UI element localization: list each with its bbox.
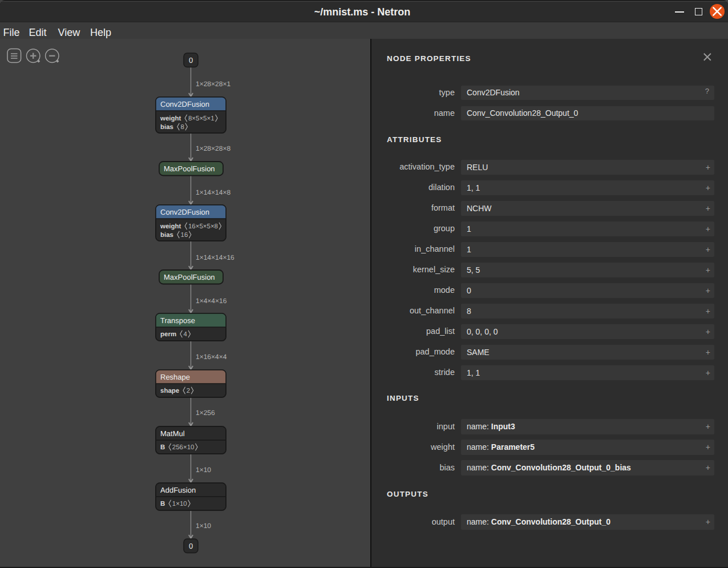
svg-text:weight: weight <box>160 115 181 122</box>
svg-text:shape: shape <box>160 388 179 394</box>
svg-text:1×10: 1×10 <box>196 466 211 474</box>
svg-text:MaxPoolFusion: MaxPoolFusion <box>164 273 215 281</box>
svg-text:Conv2DFusion: Conv2DFusion <box>160 100 209 108</box>
svg-text:MatMul: MatMul <box>160 429 185 438</box>
svg-text:weight: weight <box>160 223 181 230</box>
svg-text:Conv2DFusion: Conv2DFusion <box>160 208 209 216</box>
svg-text:bias: bias <box>160 124 173 131</box>
svg-text:4: 4 <box>184 331 188 338</box>
svg-text:Reshape: Reshape <box>160 373 190 381</box>
svg-text:16×5×5×8: 16×5×5×8 <box>188 223 218 230</box>
svg-text:B: B <box>160 501 165 507</box>
svg-text:1×14×14×8: 1×14×14×8 <box>196 188 230 196</box>
svg-text:B: B <box>160 444 165 451</box>
svg-text:perm: perm <box>160 331 176 338</box>
svg-text:1×10: 1×10 <box>196 522 211 530</box>
svg-text:256×10: 256×10 <box>172 444 195 451</box>
svg-text:8×5×5×1: 8×5×5×1 <box>188 115 215 122</box>
svg-text:2: 2 <box>187 388 190 394</box>
svg-text:1×16×4×4: 1×16×4×4 <box>196 353 227 361</box>
svg-text:1×28×28×1: 1×28×28×1 <box>196 80 230 88</box>
svg-text:0: 0 <box>189 56 193 65</box>
svg-text:Transpose: Transpose <box>160 316 195 325</box>
svg-text:1×4×4×16: 1×4×4×16 <box>196 297 227 305</box>
svg-text:AddFusion: AddFusion <box>160 486 196 494</box>
svg-text:1×10: 1×10 <box>172 501 187 507</box>
svg-text:0: 0 <box>189 542 193 550</box>
svg-text:8: 8 <box>181 124 184 131</box>
svg-text:1×28×28×8: 1×28×28×8 <box>196 144 230 152</box>
svg-text:1×256: 1×256 <box>196 409 215 417</box>
svg-text:bias: bias <box>160 232 173 239</box>
svg-text:MaxPoolFusion: MaxPoolFusion <box>164 164 215 173</box>
svg-text:1×14×14×16: 1×14×14×16 <box>196 253 234 261</box>
svg-text:16: 16 <box>181 232 188 239</box>
